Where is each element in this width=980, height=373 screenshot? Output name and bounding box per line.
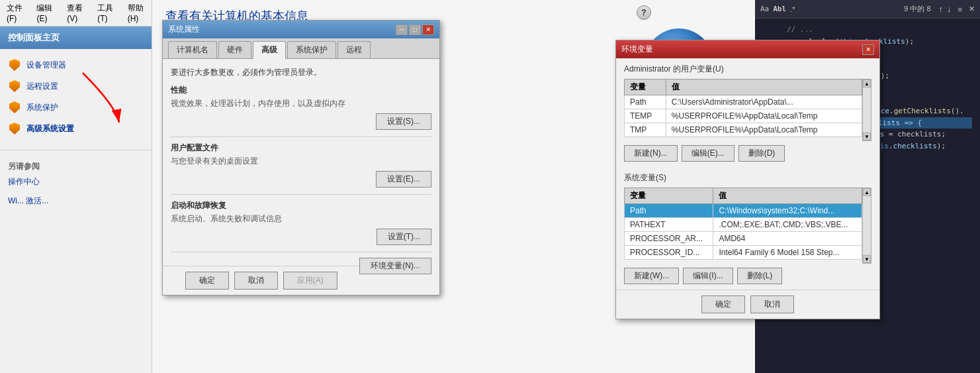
startup-title: 启动和故障恢复 [171, 200, 431, 211]
tab-hardware[interactable]: 硬件 [218, 41, 251, 58]
envvars-title: 环境变量 [621, 44, 653, 55]
sysprop-minimize-btn[interactable]: ─ [396, 25, 408, 35]
userprofile-title: 用户配置文件 [171, 142, 431, 154]
envvars-titlebar: 环境变量 ✕ [616, 40, 879, 58]
cp-nav: 设备管理器 远程设置 系统保护 高级系统设置 [0, 49, 152, 144]
env-vars-btn[interactable]: 环境变量(N)... [359, 258, 431, 274]
tab-remote[interactable]: 远程 [337, 41, 371, 58]
editor-aa-btn[interactable]: Aa [760, 5, 769, 13]
another-ref-section: 另请参阅 操作中心 Wi... 激活... [0, 161, 152, 211]
menu-bar: 文件(F) 编辑(E) 查看(V) 工具(T) 帮助(H) [0, 0, 152, 27]
section-user-profile: 用户配置文件 与您登录有关的桌面设置 设置(E)... [171, 142, 431, 187]
user-vars-col-var: 变量 [625, 80, 666, 95]
menu-file[interactable]: 文件(F) [3, 1, 27, 25]
sys-new-btn[interactable]: 新建(W)... [624, 268, 679, 284]
sysprop-ok-btn[interactable]: 确定 [185, 272, 229, 290]
editor-next-btn[interactable]: ↓ [947, 4, 952, 14]
sys-vars-col-val: 值 [713, 188, 862, 204]
shield-icon-1 [8, 58, 21, 72]
envvars-cancel-btn[interactable]: 取消 [750, 295, 794, 313]
tab-computer-name[interactable]: 计算机名 [168, 41, 217, 58]
sysprop-close-btn[interactable]: ✕ [422, 25, 434, 35]
user-vars-table: 变量 值 Path C:\Users\Administrator\AppData… [624, 79, 862, 137]
system-properties-dialog: 系统属性 ─ □ ✕ 计算机名 硬件 高级 系统保护 远程 要进行大多数更改，必… [162, 20, 440, 295]
env-vars-dialog: 环境变量 ✕ Administrator 的用户变量(U) 变量 值 Path … [615, 40, 880, 319]
shield-icon-4 [8, 122, 21, 135]
editor-search-info: 9 中的 8 [904, 4, 930, 14]
sys-edit-btn[interactable]: 编辑(I)... [683, 268, 733, 284]
scrollbar-down-sys[interactable]: ▼ [863, 255, 871, 263]
perf-settings-btn[interactable]: 设置(S)... [376, 113, 431, 130]
sysprop-title: 系统属性 [168, 24, 200, 35]
sys-var-row-2[interactable]: PROCESSOR_AR... AMD64 [625, 232, 862, 246]
sys-vars-table: 变量 值 Path C:\Windows\system32;C:\Wind...… [624, 187, 862, 260]
sysprop-apply-btn[interactable]: 应用(A) [283, 272, 337, 290]
envvars-window-controls: ✕ [862, 44, 874, 55]
envvars-ok-btn[interactable]: 确定 [701, 295, 745, 313]
editor-ab-btn[interactable]: Abl [773, 5, 786, 13]
startup-settings-btn[interactable]: 设置(T)... [377, 229, 431, 245]
sysprop-window-controls: ─ □ ✕ [396, 25, 434, 35]
section-startup: 启动和故障恢复 系统启动、系统失败和调试信息 设置(T)... [171, 200, 431, 245]
sysprop-maximize-btn[interactable]: □ [409, 25, 421, 35]
help-button[interactable]: ? [637, 5, 651, 20]
sys-var-row-3[interactable]: PROCESSOR_ID... Intel64 Family 6 Model 1… [625, 246, 862, 260]
menu-edit[interactable]: 编辑(E) [32, 1, 58, 25]
sys-var-row-0[interactable]: Path C:\Windows\system32;C:\Wind... [625, 204, 862, 218]
sys-var-row-1[interactable]: PATHEXT .COM;.EXE;.BAT;.CMD;.VBS;.VBE... [625, 218, 862, 232]
sysprop-content: 要进行大多数更改，必须作为管理员登录。 性能 视觉效果，处理器计划，内存使用，以… [163, 59, 439, 266]
nav-system-protection[interactable]: 系统保护 [0, 97, 152, 118]
nav-advanced-system[interactable]: 高级系统设置 [0, 118, 152, 139]
user-vars-col-val: 值 [666, 80, 862, 95]
user-var-row-0[interactable]: Path C:\Users\Administrator\AppData\... [625, 95, 862, 109]
user-var-row-1[interactable]: TEMP %USERPROFILE%\AppData\Local\Temp [625, 109, 862, 123]
userprofile-settings-btn[interactable]: 设置(E)... [376, 171, 431, 187]
user-new-btn[interactable]: 新建(N)... [624, 145, 678, 162]
nav-device-manager[interactable]: 设备管理器 [0, 54, 152, 76]
envvars-close-btn[interactable]: ✕ [862, 44, 874, 55]
shield-icon-3 [8, 101, 21, 114]
user-vars-title: Administrator 的用户变量(U) [624, 64, 871, 75]
sysprop-footer: 确定 取消 应用(A) [163, 266, 359, 295]
scrollbar-down-user[interactable]: ▼ [863, 133, 871, 140]
code-line-1: // ... [763, 24, 972, 36]
sysprop-tabs: 计算机名 硬件 高级 系统保护 远程 [163, 38, 439, 59]
cp-header: 控制面板主页 [0, 27, 152, 49]
menu-help[interactable]: 帮助(H) [124, 1, 149, 25]
shield-icon-2 [8, 80, 21, 93]
link-wifi-activate[interactable]: Wi... 激活... [8, 191, 144, 211]
perf-desc: 视觉效果，处理器计划，内存使用，以及虚拟内存 [171, 98, 431, 109]
nav-remote-settings[interactable]: 远程设置 [0, 76, 152, 97]
user-delete-btn[interactable]: 删除(D) [738, 145, 785, 162]
sysprop-note: 要进行大多数更改，必须作为管理员登录。 [171, 67, 431, 78]
sys-vars-col-var: 变量 [625, 188, 713, 204]
sys-vars-title: 系统变量(S) [624, 172, 871, 184]
sys-delete-btn[interactable]: 删除(L) [737, 268, 783, 284]
sysprop-titlebar: 系统属性 ─ □ ✕ [163, 21, 439, 38]
user-var-row-2[interactable]: TMP %USERPROFILE%\AppData\Local\Temp [625, 123, 862, 137]
scrollbar-up-sys[interactable]: ▲ [863, 188, 871, 196]
perf-title: 性能 [171, 85, 431, 96]
startup-desc: 系统启动、系统失败和调试信息 [171, 213, 431, 225]
section-performance: 性能 视觉效果，处理器计划，内存使用，以及虚拟内存 设置(S)... [171, 85, 431, 130]
user-edit-btn[interactable]: 编辑(E)... [682, 145, 735, 162]
scrollbar-up-user[interactable]: ▲ [863, 80, 871, 87]
editor-asterisk-btn[interactable]: .* [790, 5, 795, 13]
user-vars-buttons: 新建(N)... 编辑(E)... 删除(D) [624, 145, 871, 162]
userprofile-desc: 与您登录有关的桌面设置 [171, 156, 431, 167]
control-panel: 文件(F) 编辑(E) 查看(V) 工具(T) 帮助(H) 控制面板主页 设备管… [0, 0, 152, 373]
editor-toolbar: Aa Abl .* 9 中的 8 ↑ ↓ ≡ ✕ [755, 0, 980, 19]
sysprop-cancel-btn[interactable]: 取消 [234, 272, 278, 290]
editor-close-btn[interactable]: ✕ [969, 5, 975, 13]
user-vars-section: Administrator 的用户变量(U) 变量 值 Path C:\User… [616, 58, 879, 167]
editor-menu-btn[interactable]: ≡ [958, 5, 962, 13]
menu-view[interactable]: 查看(V) [63, 1, 88, 25]
tab-advanced[interactable]: 高级 [253, 41, 286, 59]
sys-vars-buttons: 新建(W)... 编辑(I)... 删除(L) [624, 268, 871, 284]
envvars-footer: 确定 取消 [616, 290, 879, 319]
menu-tools[interactable]: 工具(T) [93, 1, 118, 25]
tab-system-protection[interactable]: 系统保护 [287, 41, 336, 58]
link-action-center[interactable]: 操作中心 [8, 172, 144, 191]
sys-vars-section: 系统变量(S) 变量 值 Path C:\Windows\system32;C:… [616, 167, 879, 290]
editor-prev-btn[interactable]: ↑ [939, 4, 944, 14]
